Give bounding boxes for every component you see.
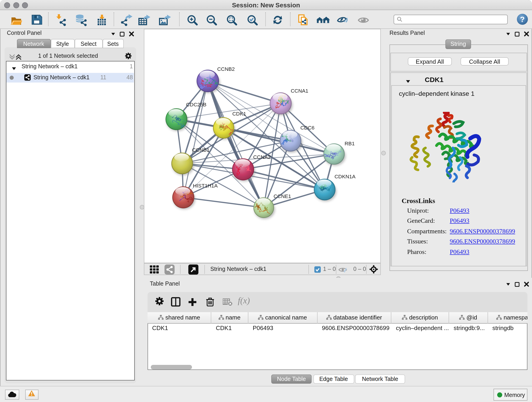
svg-text:CDKN1A: CDKN1A	[335, 174, 356, 179]
svg-text:?: ?	[520, 15, 525, 23]
svg-text:HIST1H1A: HIST1H1A	[193, 183, 218, 189]
svg-text:CDC25B: CDC25B	[186, 102, 206, 108]
svg-text:CCNA2: CCNA2	[253, 154, 271, 160]
svg-text:RB1: RB1	[345, 141, 355, 147]
svg-text:CDK1: CDK1	[232, 111, 246, 117]
svg-text:CDC6: CDC6	[300, 125, 315, 131]
svg-text:CCNA1: CCNA1	[291, 88, 308, 94]
svg-text:CCNB2: CCNB2	[217, 66, 235, 72]
svg-text:CCNB1: CCNB1	[192, 147, 210, 153]
svg-text:CCNE1: CCNE1	[273, 193, 291, 199]
